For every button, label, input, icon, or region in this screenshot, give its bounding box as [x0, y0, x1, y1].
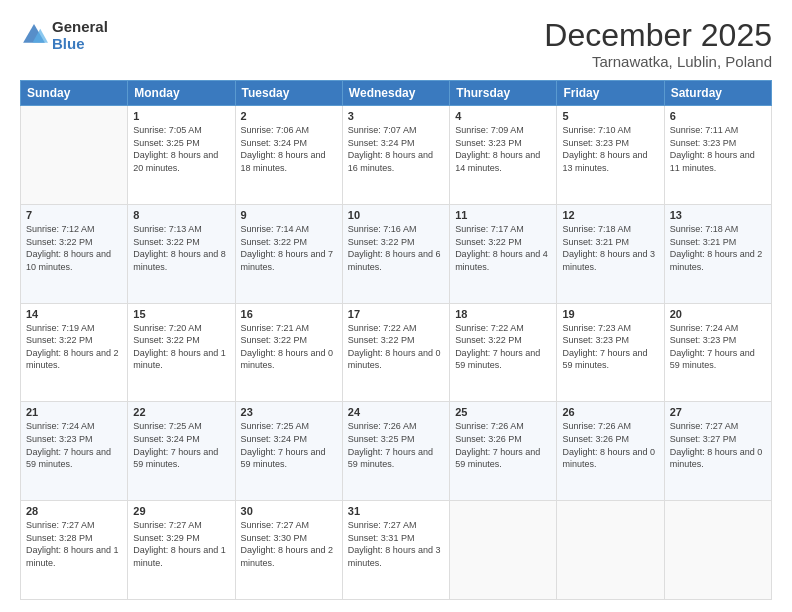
day-number: 16	[241, 308, 337, 320]
day-number: 2	[241, 110, 337, 122]
day-info: Sunrise: 7:13 AMSunset: 3:22 PMDaylight:…	[133, 223, 229, 273]
calendar-cell: 12Sunrise: 7:18 AMSunset: 3:21 PMDayligh…	[557, 204, 664, 303]
calendar-cell: 16Sunrise: 7:21 AMSunset: 3:22 PMDayligh…	[235, 303, 342, 402]
day-number: 18	[455, 308, 551, 320]
calendar-cell: 27Sunrise: 7:27 AMSunset: 3:27 PMDayligh…	[664, 402, 771, 501]
calendar-cell: 29Sunrise: 7:27 AMSunset: 3:29 PMDayligh…	[128, 501, 235, 600]
title-block: December 2025 Tarnawatka, Lublin, Poland	[544, 18, 772, 70]
calendar-cell	[21, 106, 128, 205]
day-info: Sunrise: 7:26 AMSunset: 3:25 PMDaylight:…	[348, 420, 444, 470]
calendar-table: SundayMondayTuesdayWednesdayThursdayFrid…	[20, 80, 772, 600]
day-number: 27	[670, 406, 766, 418]
logo-text: General Blue	[52, 18, 108, 52]
calendar-cell: 5Sunrise: 7:10 AMSunset: 3:23 PMDaylight…	[557, 106, 664, 205]
calendar-cell: 3Sunrise: 7:07 AMSunset: 3:24 PMDaylight…	[342, 106, 449, 205]
day-info: Sunrise: 7:27 AMSunset: 3:27 PMDaylight:…	[670, 420, 766, 470]
calendar-cell: 25Sunrise: 7:26 AMSunset: 3:26 PMDayligh…	[450, 402, 557, 501]
weekday-header-thursday: Thursday	[450, 81, 557, 106]
weekday-header-row: SundayMondayTuesdayWednesdayThursdayFrid…	[21, 81, 772, 106]
day-info: Sunrise: 7:18 AMSunset: 3:21 PMDaylight:…	[670, 223, 766, 273]
header: General Blue December 2025 Tarnawatka, L…	[20, 18, 772, 70]
calendar-cell	[450, 501, 557, 600]
calendar-cell: 6Sunrise: 7:11 AMSunset: 3:23 PMDaylight…	[664, 106, 771, 205]
weekday-header-tuesday: Tuesday	[235, 81, 342, 106]
calendar-cell: 21Sunrise: 7:24 AMSunset: 3:23 PMDayligh…	[21, 402, 128, 501]
calendar-cell: 9Sunrise: 7:14 AMSunset: 3:22 PMDaylight…	[235, 204, 342, 303]
calendar-cell: 30Sunrise: 7:27 AMSunset: 3:30 PMDayligh…	[235, 501, 342, 600]
day-number: 24	[348, 406, 444, 418]
weekday-header-saturday: Saturday	[664, 81, 771, 106]
day-info: Sunrise: 7:20 AMSunset: 3:22 PMDaylight:…	[133, 322, 229, 372]
day-info: Sunrise: 7:12 AMSunset: 3:22 PMDaylight:…	[26, 223, 122, 273]
day-info: Sunrise: 7:22 AMSunset: 3:22 PMDaylight:…	[348, 322, 444, 372]
day-number: 23	[241, 406, 337, 418]
logo: General Blue	[20, 18, 108, 52]
day-number: 1	[133, 110, 229, 122]
calendar-cell	[557, 501, 664, 600]
day-number: 19	[562, 308, 658, 320]
day-info: Sunrise: 7:24 AMSunset: 3:23 PMDaylight:…	[26, 420, 122, 470]
day-info: Sunrise: 7:21 AMSunset: 3:22 PMDaylight:…	[241, 322, 337, 372]
day-number: 10	[348, 209, 444, 221]
logo-icon	[20, 21, 48, 49]
day-number: 17	[348, 308, 444, 320]
calendar-cell: 11Sunrise: 7:17 AMSunset: 3:22 PMDayligh…	[450, 204, 557, 303]
calendar-cell: 8Sunrise: 7:13 AMSunset: 3:22 PMDaylight…	[128, 204, 235, 303]
calendar-cell: 26Sunrise: 7:26 AMSunset: 3:26 PMDayligh…	[557, 402, 664, 501]
day-number: 7	[26, 209, 122, 221]
day-number: 13	[670, 209, 766, 221]
day-info: Sunrise: 7:27 AMSunset: 3:31 PMDaylight:…	[348, 519, 444, 569]
day-number: 6	[670, 110, 766, 122]
week-row-1: 1Sunrise: 7:05 AMSunset: 3:25 PMDaylight…	[21, 106, 772, 205]
calendar-cell: 1Sunrise: 7:05 AMSunset: 3:25 PMDaylight…	[128, 106, 235, 205]
day-info: Sunrise: 7:10 AMSunset: 3:23 PMDaylight:…	[562, 124, 658, 174]
day-info: Sunrise: 7:18 AMSunset: 3:21 PMDaylight:…	[562, 223, 658, 273]
calendar-cell: 31Sunrise: 7:27 AMSunset: 3:31 PMDayligh…	[342, 501, 449, 600]
day-number: 4	[455, 110, 551, 122]
week-row-4: 21Sunrise: 7:24 AMSunset: 3:23 PMDayligh…	[21, 402, 772, 501]
day-info: Sunrise: 7:19 AMSunset: 3:22 PMDaylight:…	[26, 322, 122, 372]
calendar-cell: 20Sunrise: 7:24 AMSunset: 3:23 PMDayligh…	[664, 303, 771, 402]
calendar-cell: 7Sunrise: 7:12 AMSunset: 3:22 PMDaylight…	[21, 204, 128, 303]
calendar-cell: 15Sunrise: 7:20 AMSunset: 3:22 PMDayligh…	[128, 303, 235, 402]
day-info: Sunrise: 7:26 AMSunset: 3:26 PMDaylight:…	[562, 420, 658, 470]
day-number: 26	[562, 406, 658, 418]
day-info: Sunrise: 7:16 AMSunset: 3:22 PMDaylight:…	[348, 223, 444, 273]
day-number: 14	[26, 308, 122, 320]
day-info: Sunrise: 7:24 AMSunset: 3:23 PMDaylight:…	[670, 322, 766, 372]
weekday-header-wednesday: Wednesday	[342, 81, 449, 106]
day-info: Sunrise: 7:07 AMSunset: 3:24 PMDaylight:…	[348, 124, 444, 174]
day-info: Sunrise: 7:27 AMSunset: 3:29 PMDaylight:…	[133, 519, 229, 569]
calendar-cell: 24Sunrise: 7:26 AMSunset: 3:25 PMDayligh…	[342, 402, 449, 501]
day-info: Sunrise: 7:22 AMSunset: 3:22 PMDaylight:…	[455, 322, 551, 372]
day-number: 5	[562, 110, 658, 122]
day-number: 8	[133, 209, 229, 221]
page: General Blue December 2025 Tarnawatka, L…	[0, 0, 792, 612]
calendar-cell	[664, 501, 771, 600]
calendar-cell: 13Sunrise: 7:18 AMSunset: 3:21 PMDayligh…	[664, 204, 771, 303]
week-row-5: 28Sunrise: 7:27 AMSunset: 3:28 PMDayligh…	[21, 501, 772, 600]
day-number: 3	[348, 110, 444, 122]
day-info: Sunrise: 7:05 AMSunset: 3:25 PMDaylight:…	[133, 124, 229, 174]
day-info: Sunrise: 7:26 AMSunset: 3:26 PMDaylight:…	[455, 420, 551, 470]
day-number: 21	[26, 406, 122, 418]
calendar-cell: 4Sunrise: 7:09 AMSunset: 3:23 PMDaylight…	[450, 106, 557, 205]
day-info: Sunrise: 7:14 AMSunset: 3:22 PMDaylight:…	[241, 223, 337, 273]
day-info: Sunrise: 7:25 AMSunset: 3:24 PMDaylight:…	[133, 420, 229, 470]
day-number: 31	[348, 505, 444, 517]
day-info: Sunrise: 7:27 AMSunset: 3:28 PMDaylight:…	[26, 519, 122, 569]
day-info: Sunrise: 7:23 AMSunset: 3:23 PMDaylight:…	[562, 322, 658, 372]
day-info: Sunrise: 7:27 AMSunset: 3:30 PMDaylight:…	[241, 519, 337, 569]
day-number: 25	[455, 406, 551, 418]
day-number: 28	[26, 505, 122, 517]
weekday-header-sunday: Sunday	[21, 81, 128, 106]
day-number: 22	[133, 406, 229, 418]
day-number: 12	[562, 209, 658, 221]
calendar-cell: 22Sunrise: 7:25 AMSunset: 3:24 PMDayligh…	[128, 402, 235, 501]
day-number: 30	[241, 505, 337, 517]
day-number: 9	[241, 209, 337, 221]
weekday-header-monday: Monday	[128, 81, 235, 106]
week-row-3: 14Sunrise: 7:19 AMSunset: 3:22 PMDayligh…	[21, 303, 772, 402]
day-info: Sunrise: 7:11 AMSunset: 3:23 PMDaylight:…	[670, 124, 766, 174]
calendar-cell: 23Sunrise: 7:25 AMSunset: 3:24 PMDayligh…	[235, 402, 342, 501]
